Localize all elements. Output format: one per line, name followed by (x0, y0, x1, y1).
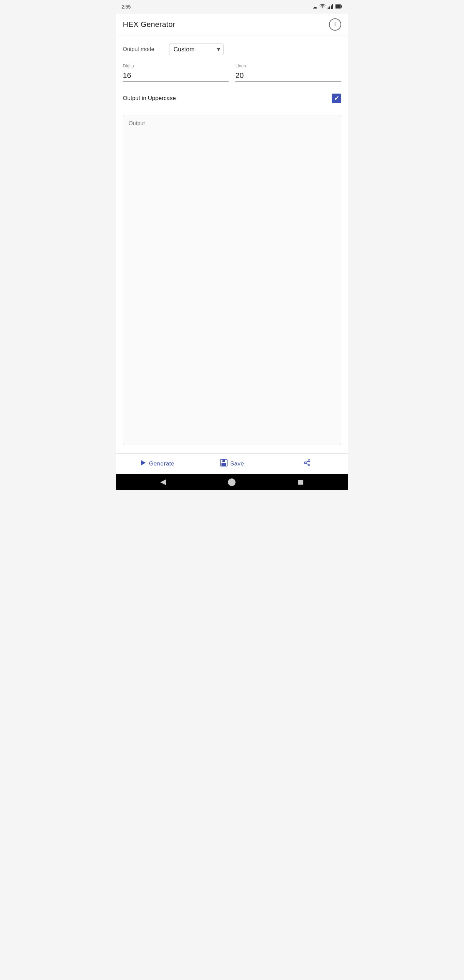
digits-group: Digits (123, 63, 235, 82)
save-button[interactable]: Save (195, 456, 270, 472)
output-mode-dropdown-container: Custom Standard Compact ▾ (169, 43, 224, 55)
generate-label: Generate (149, 460, 175, 467)
generate-button[interactable]: Generate (119, 456, 195, 471)
nav-back-icon: ◀ (160, 477, 166, 486)
output-mode-row: Output mode Custom Standard Compact ▾ (123, 43, 341, 55)
nav-recent-icon: ◼ (298, 477, 304, 486)
share-button[interactable] (269, 456, 345, 472)
wifi-icon (319, 4, 326, 10)
svg-rect-6 (342, 6, 343, 8)
digits-lines-row: Digits Lines (123, 63, 341, 82)
output-textarea[interactable] (129, 121, 335, 318)
bottom-bar: Generate Save (116, 453, 348, 474)
app-title: HEX Generator (123, 20, 175, 29)
svg-rect-7 (336, 5, 341, 8)
status-bar: 2:55 ☁ (116, 0, 348, 14)
svg-line-16 (306, 463, 308, 465)
digits-input[interactable] (123, 70, 229, 82)
svg-rect-3 (331, 5, 332, 9)
share-icon (304, 459, 311, 468)
nav-home-button[interactable]: ⬤ (225, 475, 239, 489)
svg-rect-10 (222, 460, 225, 462)
digits-label: Digits (123, 63, 229, 68)
signal-icon (327, 4, 333, 10)
save-label: Save (230, 460, 244, 467)
svg-rect-12 (222, 460, 223, 461)
svg-rect-1 (327, 8, 329, 9)
nav-bar: ◀ ⬤ ◼ (116, 474, 348, 490)
svg-marker-8 (141, 460, 146, 466)
nav-recent-button[interactable]: ◼ (295, 475, 307, 489)
main-content: Output mode Custom Standard Compact ▾ Di… (116, 35, 348, 453)
generate-icon (140, 460, 146, 468)
save-icon (220, 459, 227, 468)
battery-icon (335, 4, 343, 10)
nav-back-button[interactable]: ◀ (157, 475, 169, 489)
lines-label: Lines (235, 63, 341, 68)
svg-point-0 (322, 7, 323, 8)
uppercase-label: Output in Uppercase (123, 95, 176, 102)
lines-input[interactable] (235, 70, 341, 82)
uppercase-checkbox[interactable]: ✓ (332, 94, 341, 103)
info-button[interactable]: i (329, 18, 341, 30)
uppercase-row: Output in Uppercase ✓ (123, 90, 341, 107)
svg-rect-4 (332, 4, 333, 9)
output-mode-label: Output mode (123, 46, 164, 52)
output-mode-select[interactable]: Custom Standard Compact (169, 43, 224, 55)
app-bar: HEX Generator i (116, 14, 348, 35)
checkmark-icon: ✓ (334, 95, 339, 102)
svg-rect-11 (221, 463, 226, 466)
lines-group: Lines (235, 63, 341, 82)
status-icons: ☁ (313, 4, 343, 10)
status-time: 2:55 (121, 4, 130, 10)
output-container (123, 115, 341, 445)
svg-rect-2 (329, 6, 330, 9)
cloud-icon: ☁ (313, 4, 318, 10)
nav-home-icon: ⬤ (227, 477, 236, 486)
svg-line-17 (306, 461, 308, 463)
